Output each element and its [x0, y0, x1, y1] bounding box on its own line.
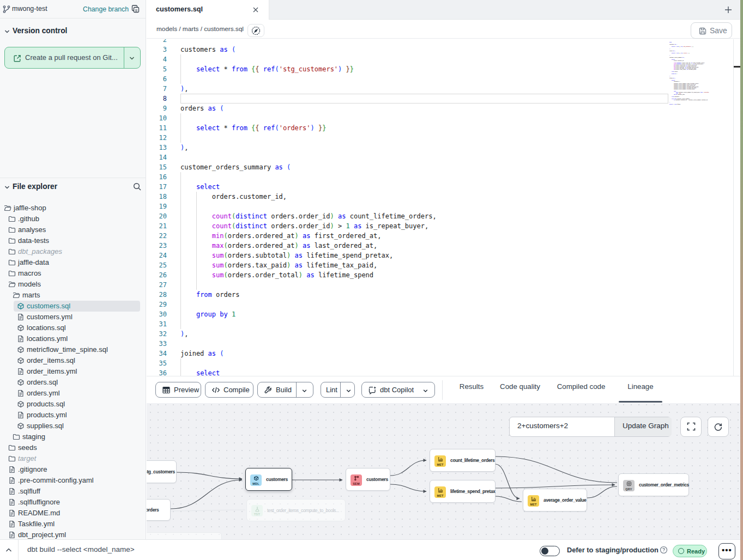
dbt-copilot-button[interactable]: dbt Copilot [361, 382, 435, 398]
version-control-header[interactable]: Version control [0, 25, 146, 38]
create-pull-request-label: Create a pull request on Git... [25, 53, 118, 62]
tree-item-data-tests[interactable]: data-tests [0, 235, 146, 246]
tree-item-locations-sql[interactable]: locations.sql [0, 322, 146, 333]
tree-item-orders-yml[interactable]: orders.yml [0, 388, 146, 399]
update-graph-button[interactable]: Update Graph [614, 417, 672, 436]
lineage-node-average_order_value[interactable]: METaverage_order_value [523, 489, 587, 512]
lineage-node-count_lifetime_orders[interactable]: METcount_lifetime_orders [430, 449, 496, 472]
copy-icon[interactable] [130, 4, 141, 14]
lineage-node-test_order_items[interactable]: TSTtest_order_items_compute_to_bools... [246, 499, 346, 521]
command-input[interactable]: dbt build --select <model_name> [27, 545, 135, 553]
tree-item--sqlfluff[interactable]: .sqlfluff [0, 486, 146, 497]
tree-item-jaffle-shop[interactable]: jaffle-shop [0, 203, 146, 214]
tree-item-supplies-sql[interactable]: supplies.sql [0, 421, 146, 431]
defer-toggle[interactable] [540, 546, 560, 556]
tree-item-order-items-sql[interactable]: order_items.sql [0, 355, 146, 366]
help-icon[interactable] [660, 546, 668, 554]
divider [0, 178, 146, 178]
tree-item-seeds[interactable]: seeds [0, 442, 146, 453]
line-number: 27 [147, 280, 167, 290]
compass-icon[interactable] [247, 24, 264, 37]
chevron-up-icon[interactable] [4, 546, 14, 555]
tree-item-label: .pre-commit-config.yaml [18, 476, 94, 484]
tree-item-target[interactable]: target [0, 453, 146, 464]
tree-item-label: locations.sql [27, 324, 66, 332]
tree-item-label: customers.sql [27, 302, 70, 310]
lineage-filter-input[interactable]: 2+customers+2 [517, 422, 568, 430]
folder-icon [8, 270, 16, 277]
tree-item-dbt-project-yml[interactable]: dbt_project.yml [0, 529, 146, 539]
tree-item-orders-sql[interactable]: orders.sql [0, 377, 146, 388]
indent-guide [180, 202, 181, 211]
lineage-node-customers[interactable]: MDLcustomers [245, 468, 292, 491]
tree-item--github[interactable]: .github [0, 214, 146, 224]
fullscreen-button[interactable] [680, 417, 702, 437]
results-tab-compiled-code[interactable]: Compiled code [549, 381, 614, 398]
results-tab-results[interactable]: Results [450, 381, 493, 398]
tree-item-label: locations.yml [27, 334, 68, 343]
tree-item-models[interactable]: models [0, 279, 146, 290]
code-line: sum(orders.tax_paid) as lifetime_tax_pai… [180, 260, 377, 270]
tree-item-locations-yml[interactable]: locations.yml [0, 333, 146, 344]
lineage-node-customer_order_metrics[interactable]: QRYcustomer_order_metrics [618, 473, 689, 496]
close-icon[interactable] [252, 6, 259, 14]
pr-chevron-down-icon[interactable] [128, 54, 136, 62]
save-button[interactable]: Save [691, 22, 732, 39]
refresh-button[interactable] [708, 417, 729, 437]
tree-item-taskfile-yml[interactable]: Taskfile.yml [0, 519, 146, 529]
node-label: stg_customers [147, 469, 175, 474]
new-tab-button[interactable] [723, 4, 734, 15]
line-number: 36 [147, 368, 167, 376]
lineage-node-orders[interactable]: MDLorders [147, 499, 171, 521]
tab-customers-sql[interactable]: customers.sql [147, 0, 269, 20]
create-pull-request-button[interactable]: Create a pull request on Git... [4, 47, 141, 69]
tree-item-customers-sql[interactable]: customers.sql [0, 301, 146, 312]
tree-item--pre-commit-config-yaml[interactable]: .pre-commit-config.yaml [0, 475, 146, 486]
preview-button[interactable]: Preview [155, 382, 201, 398]
tree-item-products-yml[interactable]: products.yml [0, 410, 146, 421]
results-tab-code-quality[interactable]: Code quality [490, 381, 551, 398]
tree-item--gitignore[interactable]: .gitignore [0, 464, 146, 475]
lineage-node-stg_customers[interactable]: MDLstg_customers [147, 460, 177, 483]
lint-button[interactable]: Lint [321, 382, 355, 398]
tree-item-metricflow-time-spine-sql[interactable]: metricflow_time_spine.sql [0, 344, 146, 355]
compile-button[interactable]: Compile [205, 382, 253, 398]
change-branch-link[interactable]: Change branch [83, 5, 129, 13]
lineage-node-cut_node_bottom[interactable] [147, 532, 222, 539]
code-editor[interactable]: 23customers as (45 select * from {{ ref(… [147, 39, 740, 376]
tree-item-macros[interactable]: macros [0, 268, 146, 279]
model-icon [17, 422, 25, 430]
chevron-down-icon[interactable] [301, 387, 308, 394]
lineage-panel[interactable]: MDLstg_customersMDLordersMDLcustomersTST… [147, 403, 740, 539]
file-explorer-header[interactable]: File explorer [0, 181, 146, 194]
tree-item-dbt-packages[interactable]: dbt_packages [0, 246, 146, 257]
tree-item-staging[interactable]: staging [0, 431, 146, 442]
tree-item-order-items-yml[interactable]: order_items.yml [0, 366, 146, 377]
doc-icon [8, 488, 16, 495]
tree-item-products-sql[interactable]: products.sql [0, 399, 146, 410]
line-number: 15 [147, 162, 167, 172]
search-icon[interactable] [132, 182, 142, 191]
tree-item--sqlfluffignore[interactable]: .sqlfluffignore [0, 497, 146, 508]
folder-icon [8, 259, 16, 266]
more-options-button[interactable]: ••• [718, 543, 735, 559]
tree-item-label: supplies.sql [27, 422, 64, 430]
tree-item-analyses[interactable]: analyses [0, 224, 146, 235]
build-button[interactable]: Build [257, 382, 313, 398]
tree-item-label: order_items.yml [27, 367, 77, 375]
code-line: count(distinct orders.order_id) > 1 as i… [180, 221, 428, 231]
line-number: 4 [147, 54, 167, 64]
tree-item-readme-md[interactable]: README.md [0, 508, 146, 519]
indent-guide [180, 74, 181, 84]
lineage-node-customers_sem[interactable]: SEMcustomers [346, 468, 390, 491]
folder-icon [8, 226, 16, 234]
tree-item-jaffle-data[interactable]: jaffle-data [0, 257, 146, 268]
chevron-down-icon[interactable] [345, 387, 352, 394]
lineage-node-lifetime_spend_pretax[interactable]: METlifetime_spend_pretax [430, 480, 496, 503]
doc-icon [8, 477, 16, 484]
tree-item-customers-yml[interactable]: customers.yml [0, 312, 146, 322]
tree-item-marts[interactable]: marts [0, 290, 146, 301]
minimap[interactable]: withcustomers as ( select * from {{ ref(… [669, 42, 733, 111]
results-tab-lineage[interactable]: Lineage [619, 381, 662, 398]
tree-item-label: products.sql [27, 400, 65, 408]
